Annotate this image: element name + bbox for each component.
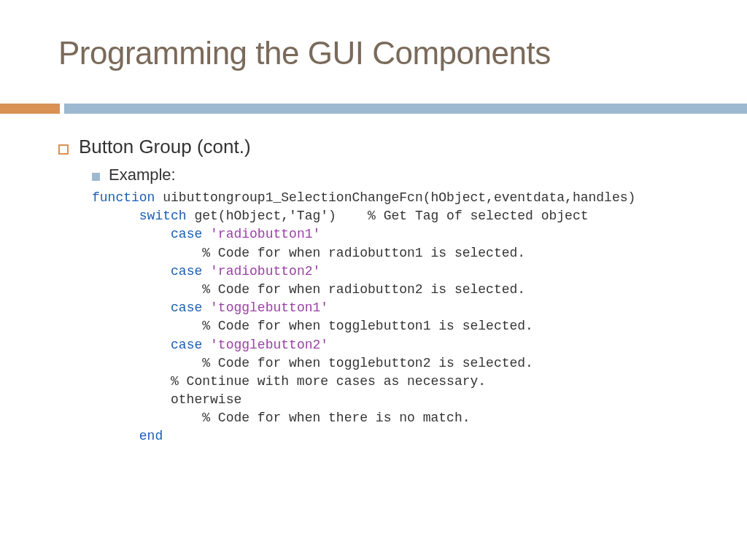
code-indent [92,264,171,279]
code-indent [92,209,139,223]
str-radiobutton2: 'radiobutton2' [210,264,320,279]
code-text [202,264,210,279]
code-text [202,338,210,352]
bullet-level-2: Example: [92,166,700,184]
code-text: get(hObject,'Tag') % Get Tag of selected… [187,209,589,223]
code-text [202,227,210,241]
kw-switch: switch [139,209,187,223]
kw-case: case [171,338,202,352]
bullet-1-text: Button Group (cont.) [79,136,251,158]
kw-end: end [139,429,163,443]
code-text: % Code for when radiobutton2 is selected… [92,282,525,297]
code-text: % Code for when togglebutton1 is selecte… [92,319,533,333]
code-text: uibuttongroup1_SelectionChangeFcn(hObjec… [155,190,635,205]
str-radiobutton1: 'radiobutton1' [210,227,320,241]
code-indent [92,227,171,241]
divider-orange [0,104,60,114]
str-togglebutton2: 'togglebutton2' [210,338,328,352]
code-text: % Code for when radiobutton1 is selected… [92,246,525,260]
code-indent [92,300,171,315]
code-text: % Continue with more cases as necessary. [92,374,486,389]
bullet-2-text: Example: [109,166,176,184]
str-togglebutton1: 'togglebutton1' [210,300,328,315]
code-block: function uibuttongroup1_SelectionChangeF… [92,189,700,446]
code-indent [92,338,171,352]
code-indent [92,429,139,443]
kw-case: case [171,227,202,241]
code-text: % Code for when togglebutton2 is selecte… [92,356,533,370]
bullet-square-fill-icon [92,173,100,181]
slide-title: Programming the GUI Components [58,35,551,71]
kw-case: case [171,264,202,279]
code-text [202,300,210,315]
divider-blue [64,104,747,114]
slide-body: Button Group (cont.) Example: function u… [58,136,700,446]
kw-case: case [171,300,202,315]
code-text: otherwise [92,392,241,407]
code-text: % Code for when there is no match. [92,411,470,425]
bullet-square-open-icon [58,144,69,155]
bullet-level-1: Button Group (cont.) [58,136,700,158]
slide: Programming the GUI Components Button Gr… [0,0,747,560]
title-divider [0,104,747,114]
kw-function: function [92,190,155,205]
